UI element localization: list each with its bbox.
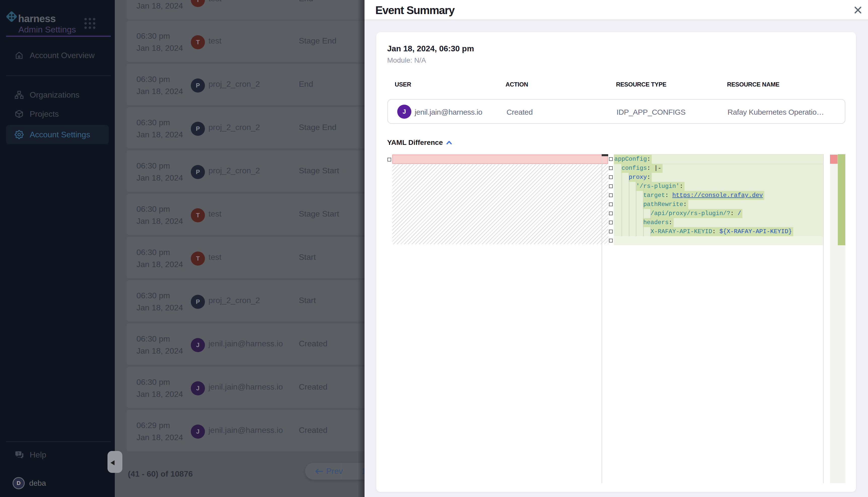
- svg-text:?: ?: [17, 452, 19, 456]
